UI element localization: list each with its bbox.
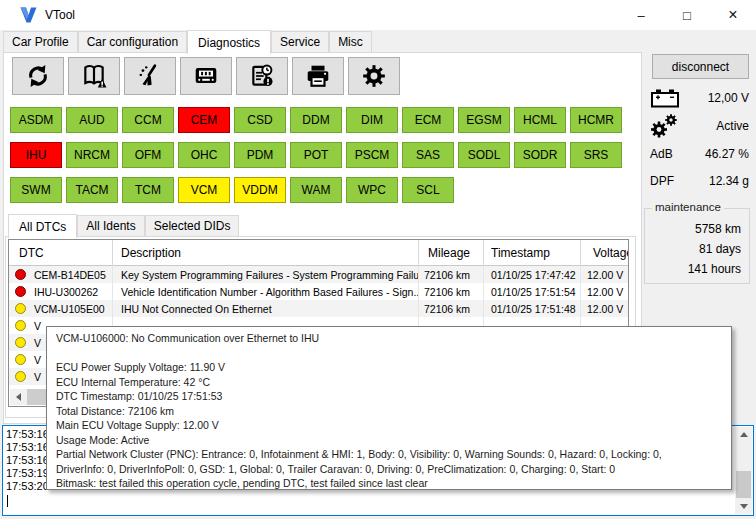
vtool-window: VTool – □ × Car Profile Car configuratio… <box>0 0 756 519</box>
dtc-voltage: 12.00 V <box>581 300 628 317</box>
maintenance-title: maintenance <box>652 201 724 213</box>
dtc-tab-strip: All DTCs All Idents Selected DIDs <box>8 214 239 236</box>
maximize-button[interactable]: □ <box>664 0 710 30</box>
window-title: VTool <box>45 8 75 22</box>
log-line: 17:53:16 <box>6 441 49 454</box>
left-arrow-icon <box>16 393 21 401</box>
ecu-module-button[interactable]: AUD <box>66 107 118 133</box>
tooltip-line: ECU Power Supply Voltage: 11.90 V <box>56 360 731 375</box>
log-line: 17:53:20 <box>6 480 49 493</box>
battery-voltage-value: 12,00 V <box>708 91 749 105</box>
scroll-left-button[interactable] <box>10 389 27 405</box>
clear-dtcs-button[interactable] <box>124 57 176 95</box>
tooltip-line: Partial Network Cluster (PNC): Entrance:… <box>56 447 731 462</box>
gears-icon <box>650 113 678 139</box>
scroll-down-button[interactable] <box>735 499 752 514</box>
titlebar: VTool – □ × <box>0 0 756 30</box>
print-button[interactable] <box>292 57 344 95</box>
dtc-table-row[interactable]: CEM-B14DE05 Key System Programming Failu… <box>9 266 628 283</box>
ecu-module-button[interactable]: DIM <box>346 107 398 133</box>
ecu-module-button[interactable]: ASDM <box>10 107 62 133</box>
ecu-module-button[interactable]: TACM <box>66 177 118 203</box>
dtc-report-button[interactable] <box>236 57 288 95</box>
odometer-icon <box>193 63 219 89</box>
ecu-module-button[interactable]: CCM <box>122 107 174 133</box>
dtc-code: V <box>34 371 41 383</box>
column-header-voltage[interactable]: Voltage <box>581 240 628 266</box>
ecu-module-button[interactable]: PSCM <box>346 142 398 168</box>
scroll-up-button[interactable] <box>735 427 752 442</box>
ecu-module-button[interactable]: OHC <box>178 142 230 168</box>
ecu-module-button[interactable]: CEM <box>178 107 230 133</box>
severity-dot-icon <box>15 286 26 297</box>
disconnect-button[interactable]: disconnect <box>652 54 749 79</box>
ecu-module-button[interactable]: WPC <box>346 177 398 203</box>
ecu-module-button[interactable]: WAM <box>290 177 342 203</box>
ecu-module-button[interactable]: SWM <box>10 177 62 203</box>
dtc-tab[interactable]: All DTCs <box>8 214 77 238</box>
vertical-scroll-thumb[interactable] <box>736 471 751 498</box>
ecu-module-button[interactable]: SRS <box>570 142 622 168</box>
ecu-module-button[interactable]: POT <box>290 142 342 168</box>
dpf-row: DPF 12.34 g <box>650 174 749 188</box>
ecu-module-button[interactable]: NRCM <box>66 142 118 168</box>
ecu-module-button[interactable]: IHU <box>10 142 62 168</box>
ecu-module-button[interactable]: EGSM <box>458 107 510 133</box>
main-tab[interactable]: Car Profile <box>3 31 78 52</box>
ecu-module-button[interactable]: HCMR <box>570 107 622 133</box>
dtc-tab[interactable]: All Idents <box>77 215 144 236</box>
dtc-table-row[interactable]: IHU-U300262 Vehicle Identification Numbe… <box>9 283 628 300</box>
dtc-description: Vehicle Identification Number - Algorith… <box>113 283 419 300</box>
main-tab[interactable]: Service <box>271 31 329 52</box>
dtc-code: VCM-U105E00 <box>34 303 105 315</box>
adblue-label: AdB <box>650 147 673 161</box>
read-dtcs-button[interactable] <box>68 57 120 95</box>
ecu-module-button[interactable]: VCM <box>178 177 230 203</box>
column-header-timestamp[interactable]: Timestamp <box>484 240 581 266</box>
app-logo-icon <box>20 7 37 23</box>
ecu-module-button[interactable]: OFM <box>122 142 174 168</box>
ecu-module-button[interactable]: ECM <box>402 107 454 133</box>
ecu-module-button[interactable]: HCML <box>514 107 566 133</box>
down-arrow-icon <box>740 504 748 509</box>
dtc-code: V <box>34 354 41 366</box>
ecu-module-button[interactable]: VDDM <box>234 177 286 203</box>
ecu-module-button[interactable]: SCL <box>402 177 454 203</box>
main-tab-strip: Car Profile Car configuration Diagnostic… <box>3 30 372 52</box>
minimize-button[interactable]: – <box>618 0 664 30</box>
refresh-button[interactable] <box>12 57 64 95</box>
log-vertical-scrollbar <box>735 427 752 514</box>
ecu-module-button[interactable]: SODR <box>514 142 566 168</box>
ecu-module-button[interactable]: SAS <box>402 142 454 168</box>
severity-dot-icon <box>15 371 26 382</box>
severity-dot-icon <box>15 303 26 314</box>
dpf-label: DPF <box>650 174 674 188</box>
main-tab[interactable]: Diagnostics <box>187 30 271 54</box>
column-header-mileage[interactable]: Mileage <box>419 240 484 266</box>
ecu-module-button[interactable]: SODL <box>458 142 510 168</box>
main-tab[interactable]: Car configuration <box>78 31 187 52</box>
dtc-tab[interactable]: Selected DIDs <box>145 215 240 236</box>
column-header-description[interactable]: Description <box>113 240 419 266</box>
dtc-code: CEM-B14DE05 <box>34 269 106 281</box>
ecu-module-button[interactable]: PDM <box>234 142 286 168</box>
ecu-module-button[interactable]: DDM <box>290 107 342 133</box>
ecu-module-button[interactable]: TCM <box>122 177 174 203</box>
maintenance-hours: 141 hours <box>688 259 741 279</box>
tooltip-line: Bitmask: test failed this operation cycl… <box>56 476 731 491</box>
main-tab[interactable]: Misc <box>329 31 372 52</box>
settings-button[interactable] <box>348 57 400 95</box>
dtc-table-row[interactable]: VCM-U105E00 IHU Not Connected On Etherne… <box>9 300 628 317</box>
ecu-module-button[interactable]: CSD <box>234 107 286 133</box>
close-button[interactable]: × <box>710 0 756 30</box>
dtc-description: Key System Programming Failures - System… <box>113 266 419 283</box>
dtc-timestamp: 01/10/25 17:51:54 <box>484 283 581 300</box>
clear-dtcs-broom-icon <box>137 63 163 89</box>
column-header-dtc[interactable]: DTC <box>9 240 113 266</box>
dtc-code: V <box>34 337 41 349</box>
odometer-button[interactable] <box>180 57 232 95</box>
ecu-module-grid: ASDM AUD CCM CEM CSD DDM DIM ECM EGSM HC… <box>10 107 622 203</box>
severity-dot-icon <box>15 354 26 365</box>
dtc-detail-tooltip: VCM-U106000: No Communication over Ether… <box>46 326 732 490</box>
maintenance-groupbox: maintenance 5758 km 81 days 141 hours <box>644 208 750 284</box>
